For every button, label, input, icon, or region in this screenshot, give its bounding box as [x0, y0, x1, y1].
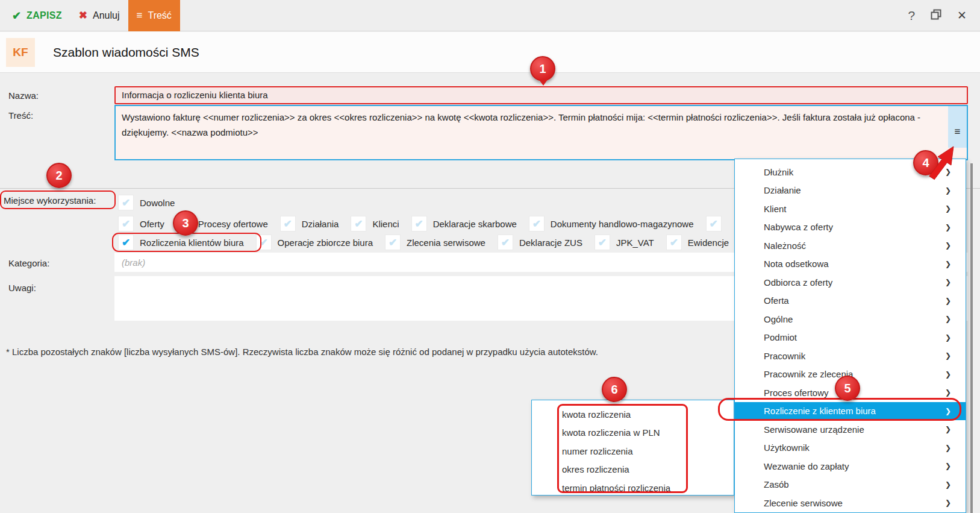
- chevron-right-icon: ❯: [945, 260, 951, 268]
- usage-checkbox-procesy-ofertowe[interactable]: ✔Procesy ofertowe: [176, 216, 268, 231]
- submenu-item-termin-płatności-rozliczenia[interactable]: termin płatności rozliczenia: [532, 479, 734, 497]
- checkbox-unchecked-icon[interactable]: ✔: [385, 234, 401, 250]
- help-icon[interactable]: ?: [908, 8, 915, 23]
- chevron-right-icon: ❯: [945, 204, 951, 213]
- menu-item-pracownik-ze-zlecenia[interactable]: Pracownik ze zlecenia❯: [735, 365, 966, 384]
- usage-checkbox-deklaracje-skarbowe[interactable]: ✔Deklaracje skarbowe: [411, 216, 517, 231]
- chevron-right-icon: ❯: [945, 168, 951, 176]
- menu-item-label: Użytkownik: [764, 442, 810, 453]
- menu-item-nota-odsetkowa[interactable]: Nota odsetkowa❯: [735, 255, 966, 274]
- chevron-right-icon: ❯: [945, 297, 951, 305]
- checkbox-unchecked-icon[interactable]: ✔: [351, 216, 366, 231]
- checkbox-label: Dokumenty handlowo-magazynowe: [551, 219, 694, 229]
- content-button-label: Treść: [148, 10, 171, 21]
- menu-item-nabywca-z-oferty[interactable]: Nabywca z oferty❯: [735, 218, 966, 237]
- menu-item-klient[interactable]: Klient❯: [735, 200, 966, 218]
- content-menu-button[interactable]: ≡ Treść: [128, 0, 180, 31]
- menu-item-podmiot[interactable]: Podmiot❯: [735, 329, 966, 347]
- usage-checkbox-rozliczenia-klientów-biura[interactable]: ✔Rozliczenia klientów biura: [118, 234, 244, 250]
- menu-item-label: Ogólne: [764, 314, 793, 324]
- checkbox-unchecked-icon[interactable]: ✔: [595, 234, 610, 250]
- usage-checkbox-zlecenia-serwisowe[interactable]: ✔Zlecenia serwisowe: [385, 234, 485, 250]
- menu-item-label: Zlecenie serwisowe: [764, 498, 843, 508]
- checkbox-unchecked-icon[interactable]: ✔: [498, 234, 513, 250]
- checkbox-unchecked-icon[interactable]: ✔: [176, 216, 192, 231]
- cancel-button[interactable]: ✖ Anuluj: [70, 0, 128, 31]
- menu-item-label: Oferta: [764, 295, 789, 306]
- chevron-right-icon: ❯: [945, 241, 951, 250]
- menu-item-label: Odbiorca z oferty: [764, 277, 832, 288]
- submenu-item-kwota-rozliczenia[interactable]: kwota rozliczenia: [532, 405, 734, 424]
- submenu-item-okres-rozliczenia[interactable]: okres rozliczenia: [532, 461, 734, 479]
- nazwa-label: Nazwa:: [8, 90, 39, 101]
- menu-item-wezwanie-do-zapłaty[interactable]: Wezwanie do zapłaty❯: [735, 457, 966, 476]
- usage-checkbox-deklaracje-zus[interactable]: ✔Deklaracje ZUS: [498, 234, 582, 250]
- checkbox-unchecked-icon[interactable]: ✔: [118, 195, 134, 210]
- usage-checkbox-operacje-zbiorcze-biura[interactable]: ✔Operacje zbiorcze biura: [256, 234, 373, 250]
- check-icon: ✔: [12, 9, 21, 22]
- menu-item-użytkownik[interactable]: Użytkownik❯: [735, 439, 966, 458]
- x-icon: ✖: [79, 9, 87, 22]
- menu-item-ogólne[interactable]: Ogólne❯: [735, 310, 966, 329]
- checkbox-label: Rozliczenia klientów biura: [140, 238, 244, 248]
- toolbar: ✔ ZAPISZ ✖ Anuluj ≡ Treść ? ✕: [0, 0, 980, 31]
- menu-item-pracownik[interactable]: Pracownik❯: [735, 347, 966, 365]
- usage-checkbox-oferty[interactable]: ✔Oferty: [118, 216, 164, 231]
- usage-checkbox-jpk_vat[interactable]: ✔JPK_VAT: [595, 234, 654, 250]
- menu-item-oferta[interactable]: Oferta❯: [735, 292, 966, 310]
- hamburger-icon: ≡: [137, 10, 143, 22]
- menu-item-label: Należność: [764, 241, 806, 251]
- page-header: KF Szablon wiadomości SMS: [0, 32, 980, 73]
- scrollbar[interactable]: [970, 163, 973, 513]
- checkbox-unchecked-icon[interactable]: ✔: [529, 216, 545, 231]
- sms-footnote: * Liczba pozostałych znaków [liczba wysy…: [6, 347, 598, 357]
- checkbox-label: Klienci: [372, 219, 399, 229]
- usage-checkbox-dokumenty-handlowo-magazynowe[interactable]: ✔Dokumenty handlowo-magazynowe: [529, 216, 694, 231]
- checkbox-unchecked-icon[interactable]: ✔: [666, 234, 682, 250]
- usage-checkbox-unlabeled[interactable]: ✔: [706, 216, 722, 231]
- submenu-item-kwota-rozliczenia-w-pln[interactable]: kwota rozliczenia w PLN: [532, 424, 734, 442]
- annotation-circle-2: 2: [46, 163, 72, 188]
- menu-item-label: Pracownik: [764, 351, 805, 361]
- checkbox-unchecked-icon[interactable]: ✔: [411, 216, 427, 231]
- usage-checkbox-działania[interactable]: ✔Działania: [280, 216, 339, 231]
- usage-checkbox-klienci[interactable]: ✔Klienci: [351, 216, 399, 231]
- autotext-button[interactable]: ≡: [948, 106, 967, 148]
- menu-item-label: Wezwanie do zapłaty: [764, 461, 849, 471]
- menu-item-proces-ofertowy[interactable]: Proces ofertowy❯: [735, 383, 966, 402]
- usage-checkbox-dowolne[interactable]: ✔Dowolne: [118, 195, 175, 210]
- menu-item-odbiorca-z-oferty[interactable]: Odbiorca z oferty❯: [735, 273, 966, 292]
- usage-row-2: ✔Oferty✔Procesy ofertowe✔Działania✔Klien…: [118, 216, 722, 231]
- tresc-textarea[interactable]: Wystawiono fakturę <<numer rozliczenia>>…: [114, 105, 968, 160]
- checkbox-label: Deklaracje skarbowe: [433, 219, 517, 229]
- menu-item-dłużnik[interactable]: Dłużnik❯: [735, 163, 966, 181]
- chevron-right-icon: ❯: [945, 333, 951, 342]
- checkbox-unchecked-icon[interactable]: ✔: [118, 216, 134, 231]
- usage-checkbox-ewidencje[interactable]: ✔Ewidencje: [666, 234, 729, 250]
- chevron-right-icon: ❯: [945, 351, 951, 360]
- tresc-text: Wystawiono fakturę <<numer rozliczenia>>…: [122, 112, 920, 137]
- autotext-category-menu: Dłużnik❯Działanie❯Klient❯Nabywca z ofert…: [734, 159, 966, 513]
- menu-item-należność[interactable]: Należność❯: [735, 236, 966, 255]
- autotext-value-submenu: kwota rozliczeniakwota rozliczenia w PLN…: [531, 400, 734, 496]
- miejsce-wykorzystania-label: Miejsce wykorzystania:: [4, 195, 96, 206]
- chevron-right-icon: ❯: [945, 462, 951, 470]
- submenu-item-numer-rozliczenia[interactable]: numer rozliczenia: [532, 442, 734, 461]
- checkbox-unchecked-icon[interactable]: ✔: [256, 234, 272, 250]
- checkbox-unchecked-icon[interactable]: ✔: [280, 216, 296, 231]
- nazwa-input[interactable]: Informacja o rozliczeniu klienta biura: [114, 86, 968, 104]
- chevron-right-icon: ❯: [945, 186, 951, 195]
- menu-item-zlecenie-serwisowe[interactable]: Zlecenie serwisowe❯: [735, 494, 966, 512]
- menu-item-serwisowane-urządzenie[interactable]: Serwisowane urządzenie❯: [735, 420, 966, 439]
- close-icon[interactable]: ✕: [957, 8, 967, 22]
- menu-item-działanie[interactable]: Działanie❯: [735, 181, 966, 200]
- restore-icon[interactable]: [931, 9, 941, 22]
- menu-item-label: Proces ofertowy: [764, 388, 829, 398]
- menu-item-label: Serwisowane urządzenie: [764, 424, 864, 435]
- checkbox-unchecked-icon[interactable]: ✔: [706, 216, 722, 231]
- menu-item-rozliczenie-z-klientem-biura[interactable]: Rozliczenie z klientem biura❯: [735, 402, 966, 421]
- menu-item-zasób[interactable]: Zasób❯: [735, 476, 966, 494]
- chevron-right-icon: ❯: [945, 315, 951, 323]
- checkbox-checked-icon[interactable]: ✔: [118, 234, 134, 250]
- save-button[interactable]: ✔ ZAPISZ: [4, 0, 70, 31]
